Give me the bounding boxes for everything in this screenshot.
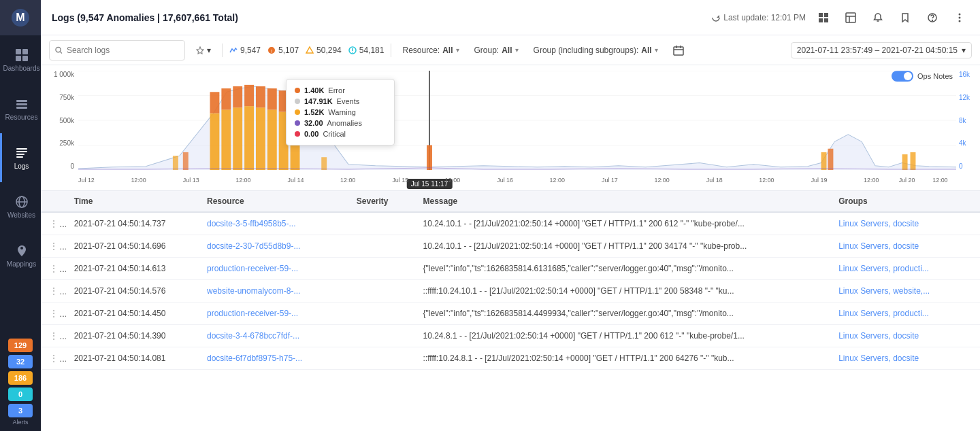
row-groups-link[interactable]: Linux Servers, producti... bbox=[838, 309, 929, 318]
row-groups-link[interactable]: Linux Servers, docsite bbox=[838, 354, 919, 363]
row-resource-link[interactable]: docsite-2-30-7d55d8b9-... bbox=[207, 241, 300, 251]
row-message: 10.24.10.1 - - [21/Jul/2021:02:50:14 +00… bbox=[415, 212, 831, 235]
sidebar-item-resources[interactable]: Resources bbox=[0, 84, 41, 133]
search-box[interactable] bbox=[49, 40, 185, 61]
svg-marker-31 bbox=[197, 47, 203, 54]
row-groups: Linux Servers, docsite bbox=[830, 212, 980, 235]
table-row[interactable]: ⋮ 2021-07-21 04:50:14.576 website-unomal… bbox=[41, 280, 980, 303]
row-groups: Linux Servers, website,... bbox=[830, 280, 980, 303]
svg-text:Jul 15: Jul 15 bbox=[392, 177, 408, 184]
table-row[interactable]: ⋮ 2021-07-21 04:50:14.737 docsite-3-5-ff… bbox=[41, 212, 980, 235]
row-menu[interactable]: ⋮ bbox=[41, 347, 66, 370]
page-title: Logs (9,547 Anomalies | 17,607,661 Total… bbox=[52, 12, 706, 23]
svg-rect-56 bbox=[256, 86, 265, 107]
row-menu[interactable]: ⋮ bbox=[41, 303, 66, 325]
row-resource-link[interactable]: docsite-3-5-ffb4958b5-... bbox=[207, 219, 296, 228]
row-groups-link[interactable]: Linux Servers, docsite bbox=[838, 241, 919, 251]
app-logo[interactable]: M bbox=[0, 0, 41, 35]
row-menu-dots[interactable]: ⋮ bbox=[49, 263, 66, 274]
sidebar-item-logs[interactable]: Logs bbox=[0, 133, 41, 182]
group-subgroups-filter[interactable]: Group (including subgroups): All ▾ bbox=[529, 44, 662, 56]
table-row[interactable]: ⋮ 2021-07-21 04:50:14.390 docsite-3-4-67… bbox=[41, 325, 980, 347]
row-resource: docsite-3-5-ffb4958b5-... bbox=[199, 212, 348, 235]
row-menu[interactable]: ⋮ bbox=[41, 212, 66, 235]
bookmark-icon-btn[interactable] bbox=[896, 8, 915, 27]
row-menu-dots[interactable]: ⋮ bbox=[49, 286, 66, 296]
row-time: 2021-07-21 04:50:14.696 bbox=[66, 235, 199, 258]
more-icon-btn[interactable] bbox=[950, 8, 969, 27]
row-resource-link[interactable]: production-receiver-59-... bbox=[207, 309, 298, 318]
stat-events-value: 54,181 bbox=[359, 46, 385, 55]
row-groups-link[interactable]: Linux Servers, docsite bbox=[838, 219, 919, 228]
toolbar: ▾ 9,547 ! 5,107 50,294 bbox=[41, 35, 980, 65]
group-subgroups-label: Group (including subgroups): bbox=[534, 46, 639, 55]
row-menu[interactable]: ⋮ bbox=[41, 235, 66, 258]
resource-filter[interactable]: Resource: All ▾ bbox=[398, 44, 463, 56]
row-severity bbox=[348, 280, 415, 303]
sidebar-item-mappings[interactable]: Mappings bbox=[0, 231, 41, 280]
tooltip-row-warning: 1.52K Warning bbox=[295, 107, 386, 118]
th-resource: Resource bbox=[199, 191, 348, 212]
row-menu[interactable]: ⋮ bbox=[41, 325, 66, 347]
row-resource-link[interactable]: website-unomalycom-8-... bbox=[207, 286, 300, 296]
row-menu[interactable]: ⋮ bbox=[41, 280, 66, 303]
date-range-button[interactable]: 2021-07-11 23:57:49 – 2021-07-21 04:50:1… bbox=[791, 42, 972, 58]
row-groups-link[interactable]: Linux Servers, docsite bbox=[838, 331, 919, 341]
badge-129[interactable]: 129 bbox=[0, 339, 41, 352]
group-subgroups-chevron-icon: ▾ bbox=[655, 46, 658, 54]
badge-alerts[interactable]: 3 Alerts bbox=[0, 404, 41, 426]
events-icon bbox=[348, 46, 357, 54]
sidebar-item-dashboards[interactable]: Dashboards bbox=[0, 35, 41, 84]
row-message: 10.24.10.1 - - [21/Jul/2021:02:50:14 +00… bbox=[415, 235, 831, 258]
sidebar-item-websites[interactable]: Websites bbox=[0, 182, 41, 231]
row-groups-link[interactable]: Linux Servers, producti... bbox=[838, 264, 929, 273]
row-menu-dots[interactable]: ⋮ bbox=[49, 308, 66, 319]
grid-icon-btn[interactable] bbox=[814, 8, 833, 27]
row-menu-dots[interactable]: ⋮ bbox=[49, 330, 66, 341]
search-input[interactable] bbox=[67, 46, 179, 55]
tooltip-critical-value: 0.00 bbox=[304, 130, 318, 138]
th-time: Time bbox=[66, 191, 199, 212]
help-icon-btn[interactable] bbox=[923, 8, 942, 27]
svg-text:Jul 20: Jul 20 bbox=[899, 177, 915, 184]
group-filter[interactable]: Group: All ▾ bbox=[470, 44, 523, 56]
svg-point-26 bbox=[959, 13, 961, 15]
bell-icon-btn[interactable] bbox=[868, 8, 887, 27]
svg-text:12:00: 12:00 bbox=[235, 177, 250, 184]
svg-text:12:00: 12:00 bbox=[864, 177, 879, 184]
svg-text:12:00: 12:00 bbox=[550, 177, 565, 184]
tooltip-row-critical: 0.00 Critical bbox=[295, 128, 386, 139]
table-row[interactable]: ⋮ 2021-07-21 04:50:14.613 production-rec… bbox=[41, 258, 980, 280]
row-resource-link[interactable]: docsite-3-4-678bcc7fdf-... bbox=[207, 331, 299, 341]
badge-32[interactable]: 32 bbox=[0, 355, 41, 368]
table-icon-btn[interactable] bbox=[841, 8, 860, 27]
table-row[interactable]: ⋮ 2021-07-21 04:50:14.696 docsite-2-30-7… bbox=[41, 235, 980, 258]
badge-186[interactable]: 186 bbox=[0, 371, 41, 385]
row-menu-dots[interactable]: ⋮ bbox=[49, 353, 66, 364]
y-left-4: 250k bbox=[59, 139, 74, 147]
group-subgroups-value: All bbox=[641, 46, 651, 55]
svg-rect-63 bbox=[173, 156, 178, 170]
svg-rect-17 bbox=[824, 13, 828, 17]
calendar-icon-btn[interactable] bbox=[669, 41, 688, 60]
sidebar: M Dashboards Resources Logs bbox=[0, 0, 41, 431]
row-resource-link[interactable]: docsite-6f7dbf8975-h75-... bbox=[207, 354, 302, 363]
row-menu-dots[interactable]: ⋮ bbox=[49, 241, 66, 252]
table-row[interactable]: ⋮ 2021-07-21 04:50:14.081 docsite-6f7dbf… bbox=[41, 347, 980, 370]
row-groups-link[interactable]: Linux Servers, website,... bbox=[838, 286, 930, 296]
tooltip-anomalies-label: Anomalies bbox=[327, 119, 386, 127]
row-time: 2021-07-21 04:50:14.613 bbox=[66, 258, 199, 280]
errors-icon: ! bbox=[267, 46, 276, 54]
table-row[interactable]: ⋮ 2021-07-21 04:50:14.450 production-rec… bbox=[41, 303, 980, 325]
row-menu-dots[interactable]: ⋮ bbox=[49, 218, 66, 229]
date-range-text: 2021-07-11 23:57:49 – 2021-07-21 04:50:1… bbox=[797, 46, 958, 55]
svg-point-27 bbox=[959, 16, 961, 18]
svg-rect-11 bbox=[16, 154, 24, 155]
star-label: ▾ bbox=[207, 46, 211, 55]
badge-0[interactable]: 0 bbox=[0, 387, 41, 401]
svg-text:Jul 16: Jul 16 bbox=[497, 177, 513, 184]
row-menu[interactable]: ⋮ bbox=[41, 258, 66, 280]
star-button[interactable]: ▾ bbox=[192, 44, 215, 56]
search-icon bbox=[55, 46, 63, 54]
row-resource-link[interactable]: production-receiver-59-... bbox=[207, 264, 298, 273]
